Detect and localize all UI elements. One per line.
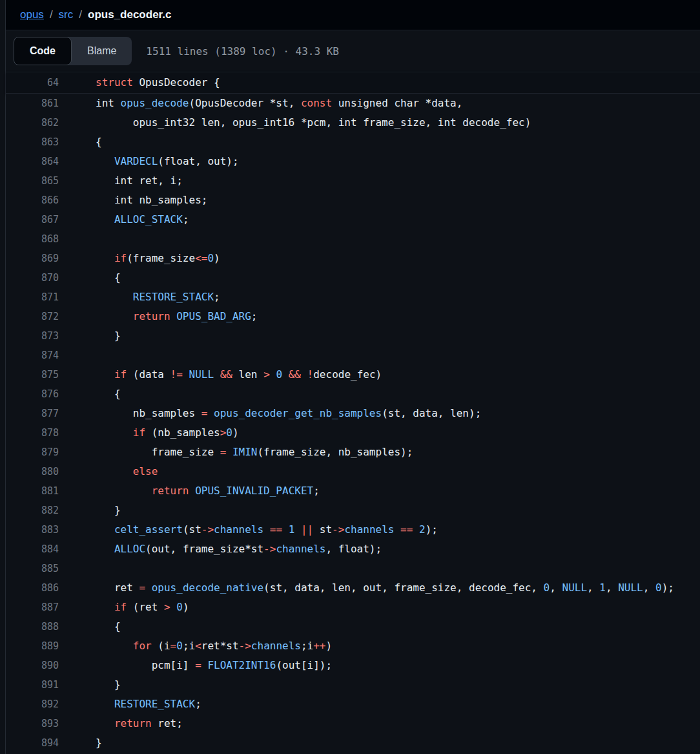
line-number[interactable]: 890 bbox=[6, 656, 59, 675]
breadcrumb-repo-link[interactable]: opus bbox=[20, 8, 44, 21]
line-number[interactable]: 892 bbox=[6, 695, 59, 714]
line-number[interactable]: 882 bbox=[6, 501, 59, 520]
code-token-p bbox=[96, 640, 133, 652]
code-token-c: 0 bbox=[207, 252, 214, 264]
code-token-c: NULL bbox=[618, 581, 643, 594]
code-line: 876 { bbox=[6, 384, 700, 404]
line-number[interactable]: 883 bbox=[6, 520, 59, 539]
code-text: { bbox=[59, 268, 121, 288]
code-token-p: int nb_samples; bbox=[96, 194, 207, 206]
code-line: 869 if(frame_size<=0) bbox=[6, 249, 700, 268]
line-number[interactable]: 868 bbox=[6, 229, 59, 249]
line-number[interactable]: 889 bbox=[6, 636, 59, 656]
code-token-p: , float); bbox=[325, 543, 382, 555]
code-token-c: 0 bbox=[276, 368, 282, 381]
breadcrumb-separator: / bbox=[50, 8, 53, 21]
code-token-p: int ret, i; bbox=[96, 174, 183, 187]
code-token-op: -> bbox=[201, 523, 214, 536]
line-number[interactable]: 873 bbox=[6, 326, 59, 346]
line-number[interactable]: 893 bbox=[6, 714, 59, 733]
code-token-p bbox=[263, 523, 270, 536]
line-number[interactable]: 891 bbox=[6, 675, 59, 695]
code-token-k: if bbox=[114, 252, 127, 264]
line-number[interactable]: 876 bbox=[6, 384, 59, 404]
code-token-p bbox=[301, 368, 307, 381]
code-text: { bbox=[59, 384, 121, 404]
code-token-k: else bbox=[133, 465, 158, 477]
code-token-p: ) bbox=[232, 426, 239, 439]
code-line: 877 nb_samples = opus_decoder_get_nb_sam… bbox=[6, 404, 700, 423]
code-token-p: (frame_size bbox=[127, 252, 195, 264]
line-number[interactable]: 869 bbox=[6, 249, 59, 268]
line-number[interactable]: 886 bbox=[6, 578, 59, 598]
code-token-k: struct bbox=[96, 76, 133, 89]
code-token-op: = bbox=[220, 446, 227, 458]
code-token-c: 0 bbox=[176, 601, 183, 613]
line-number[interactable]: 863 bbox=[6, 132, 59, 152]
code-line: 879 frame_size = IMIN(frame_size, nb_sam… bbox=[6, 443, 700, 462]
code-text: nb_samples = opus_decoder_get_nb_samples… bbox=[59, 404, 481, 423]
code-token-p: { bbox=[96, 271, 121, 284]
code-token-p: ; bbox=[214, 291, 220, 303]
line-number[interactable]: 864 bbox=[6, 152, 59, 171]
line-number[interactable]: 870 bbox=[6, 268, 59, 288]
code-token-p bbox=[183, 368, 189, 381]
code-text: if (nb_samples>0) bbox=[59, 423, 239, 443]
code-token-p bbox=[294, 523, 301, 536]
code-token-op: -> bbox=[332, 523, 344, 536]
code-token-p bbox=[170, 310, 177, 322]
line-number[interactable]: 894 bbox=[6, 733, 59, 753]
line-number[interactable]: 875 bbox=[6, 365, 59, 384]
code-token-p: (st, data, len, out, frame_size, decode_… bbox=[263, 581, 543, 594]
line-number[interactable]: 64 bbox=[6, 72, 59, 93]
line-number[interactable]: 885 bbox=[6, 559, 59, 578]
code-text: return OPUS_INVALID_PACKET; bbox=[59, 481, 320, 501]
code-token-p: unsigned char *data, bbox=[332, 97, 462, 109]
code-token-p: , bbox=[606, 581, 618, 594]
code-token-p: opus_int32 len, opus_int16 *pcm, int fra… bbox=[96, 116, 531, 129]
code-text: int nb_samples; bbox=[59, 191, 207, 210]
code-token-p bbox=[207, 407, 214, 419]
code-token-k: for bbox=[133, 640, 152, 652]
line-number[interactable]: 881 bbox=[6, 481, 59, 501]
code-text: return ret; bbox=[59, 714, 183, 733]
code-token-p: len bbox=[232, 368, 263, 381]
code-line: 865 int ret, i; bbox=[6, 171, 700, 191]
code-line: 891 } bbox=[6, 675, 700, 695]
line-number[interactable]: 884 bbox=[6, 539, 59, 559]
line-number[interactable]: 865 bbox=[6, 171, 59, 191]
line-number[interactable]: 888 bbox=[6, 617, 59, 636]
code-token-p: ;i bbox=[301, 640, 313, 652]
code-text: pcm[i] = FLOAT2INT16(out[i]); bbox=[59, 656, 332, 675]
code-line: 881 return OPUS_INVALID_PACKET; bbox=[6, 481, 700, 501]
tab-code[interactable]: Code bbox=[14, 37, 72, 65]
line-number[interactable]: 878 bbox=[6, 423, 59, 443]
code-token-p: (i bbox=[152, 640, 170, 652]
code-token-op: = bbox=[139, 581, 145, 594]
code-token-p bbox=[96, 310, 133, 322]
code-token-c: 0 bbox=[655, 581, 662, 594]
line-number[interactable]: 867 bbox=[6, 210, 59, 229]
code-token-fn: RESTORE_STACK bbox=[133, 291, 214, 303]
line-number[interactable]: 872 bbox=[6, 307, 59, 326]
line-number[interactable]: 880 bbox=[6, 462, 59, 481]
line-number[interactable]: 871 bbox=[6, 288, 59, 307]
line-number[interactable]: 866 bbox=[6, 191, 59, 210]
file-info: 1511 lines (1389 loc) · 43.3 KB bbox=[146, 45, 339, 58]
line-number[interactable]: 887 bbox=[6, 598, 59, 617]
line-number[interactable]: 874 bbox=[6, 346, 59, 365]
code-text: { bbox=[59, 617, 121, 636]
line-number[interactable]: 877 bbox=[6, 404, 59, 423]
line-number[interactable]: 879 bbox=[6, 443, 59, 462]
line-number[interactable]: 861 bbox=[6, 94, 59, 113]
file-toolbar: Code Blame 1511 lines (1389 loc) · 43.3 … bbox=[6, 30, 700, 72]
code-token-p: ) bbox=[325, 640, 332, 652]
code-token-op: ! bbox=[307, 368, 314, 381]
code-token-p: , bbox=[550, 581, 562, 594]
code-token-fn: opus_decode_native bbox=[152, 581, 263, 594]
code-token-k: const bbox=[301, 97, 332, 109]
breadcrumb-folder-link[interactable]: src bbox=[59, 8, 74, 21]
tab-blame[interactable]: Blame bbox=[72, 37, 132, 65]
code-text: VARDECL(float, out); bbox=[59, 152, 239, 171]
line-number[interactable]: 862 bbox=[6, 113, 59, 132]
